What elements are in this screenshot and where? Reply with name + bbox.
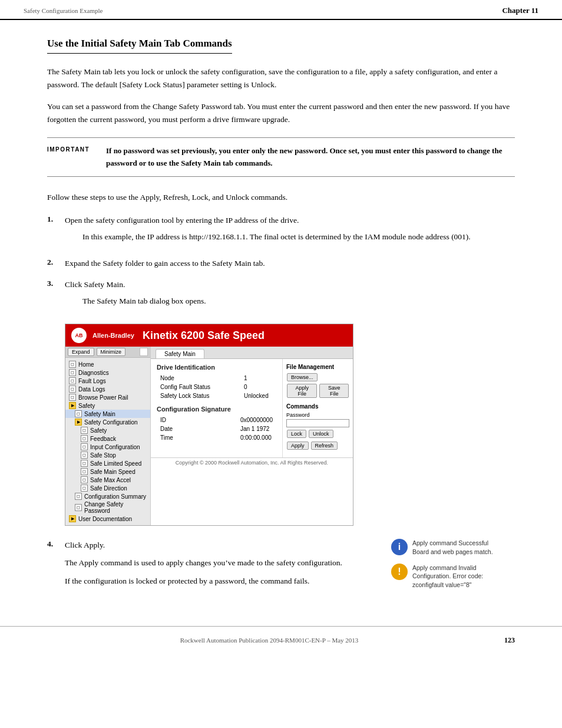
sc-safety-icon: ◻ — [81, 427, 88, 434]
tab-bar: Safety Main — [151, 347, 353, 359]
safe-limited-icon: ◻ — [81, 460, 88, 467]
page-number: 123 — [491, 636, 515, 645]
date-value: Jan 1 1972 — [238, 425, 275, 433]
unlock-button[interactable]: Unlock — [309, 430, 333, 438]
config-sig-table: ID 0x00000000 Date Jan 1 1972 Time 0:00:… — [157, 415, 276, 443]
step-1: 1. Open the safety configuration tool by… — [47, 214, 515, 249]
publication-label: Rockwell Automation Publication 2094-RM0… — [47, 637, 491, 644]
step-2-number: 2. — [47, 257, 65, 267]
safe-main-icon: ◻ — [81, 468, 88, 475]
time-label: Time — [158, 434, 237, 442]
nav-safety-folder[interactable]: ▶ Safety — [65, 401, 150, 410]
nav-feedback[interactable]: ◻ Feedback — [65, 434, 150, 443]
important-box: IMPORTANT If no password was set previou… — [47, 137, 515, 176]
user-docs-icon: ▶ — [69, 515, 76, 522]
lock-button[interactable]: Lock — [287, 430, 306, 438]
node-label: Node — [158, 374, 240, 382]
nav-toolbar: Expand Minimize — [65, 347, 150, 358]
change-pw-icon: ◻ — [75, 504, 82, 511]
info-text-2: Apply command InvalidConfiguration. Erro… — [412, 564, 483, 589]
nav-safety-main[interactable]: ◻ Safety Main — [65, 410, 150, 418]
main-inner: Drive Identification Node 1 Config Fault… — [151, 359, 353, 457]
safe-stop-icon: ◻ — [81, 452, 88, 459]
drive-id-table: Node 1 Config Fault Status 0 Safety Lock… — [157, 373, 276, 401]
nav-browse[interactable]: ◻ Browse Power Rail — [65, 393, 150, 401]
nav-diagnostics[interactable]: ◻ Diagnostics — [65, 368, 150, 377]
step-2-text: Expand the Safety folder to gain access … — [65, 257, 515, 270]
dialog-title: Kinetix 6200 Safe Speed — [143, 330, 265, 342]
safety-config-icon: ▶ — [75, 419, 82, 426]
nav-safe-limited[interactable]: ◻ Safe Limited Speed — [65, 459, 150, 467]
step-1-sub: In this example, the IP address is http:… — [82, 230, 471, 243]
config-fault-value: 0 — [242, 383, 275, 391]
nav-user-docs[interactable]: ▶ User Documentation — [65, 515, 150, 523]
home-icon: ◻ — [69, 361, 76, 368]
minimize-button[interactable]: Minimize — [97, 348, 126, 356]
dialog-screenshot: AB Allen-Bradley Kinetix 6200 Safe Speed… — [65, 324, 353, 526]
warning-icon: ! — [391, 564, 408, 580]
step-1-text: Open the safety configuration tool by en… — [65, 216, 299, 225]
brand-label: Allen-Bradley — [92, 332, 134, 339]
table-row: Time 0:00:00.000 — [158, 434, 275, 442]
nav-safe-main[interactable]: ◻ Safe Main Speed — [65, 467, 150, 476]
step-3: 3. Click Safety Main. The Safety Main ta… — [47, 278, 515, 313]
nav-safe-stop[interactable]: ◻ Safe Stop — [65, 451, 150, 459]
step-1-number: 1. — [47, 214, 65, 224]
date-label: Date — [158, 425, 237, 433]
data-icon: ◻ — [69, 386, 76, 393]
nav-safety-config[interactable]: ▶ Safety Configuration — [65, 418, 150, 426]
apply-file-button[interactable]: Apply File — [287, 384, 317, 398]
password-input[interactable] — [286, 419, 349, 427]
chapter-label: Chapter 11 — [502, 6, 538, 15]
important-label: IMPORTANT — [47, 145, 106, 169]
nav-items: ◻ Home ◻ Diagnostics ◻ Fault Logs ◻ — [65, 358, 150, 525]
step-4-text: Click Apply. — [65, 539, 379, 552]
config-fault-label: Config Fault Status — [158, 383, 240, 391]
paragraph-2: You can set a password from the Change S… — [47, 100, 515, 126]
step-4-sub1: The Apply command is used to apply chang… — [65, 556, 379, 569]
step-4-wrapper: 4. Click Apply. The Apply command is use… — [47, 539, 515, 596]
step-3-number: 3. — [47, 278, 65, 288]
apply-refresh-row: Apply Refresh — [286, 441, 349, 450]
fault-icon: ◻ — [69, 377, 76, 384]
dialog-nav: Expand Minimize ◻ Home ◻ Diagnostics — [65, 347, 151, 525]
info-row-2: ! Apply command InvalidConfiguration. Er… — [391, 564, 515, 589]
step-2: 2. Expand the Safety folder to gain acce… — [47, 257, 515, 270]
time-value: 0:00:00.000 — [238, 434, 275, 442]
nav-safe-max-accel[interactable]: ◻ Safe Max Accel — [65, 476, 150, 484]
nav-safety[interactable]: ◻ Safety — [65, 426, 150, 434]
safe-dir-icon: ◻ — [81, 485, 88, 492]
diag-icon: ◻ — [69, 369, 76, 376]
safety-lock-value: Unlocked — [242, 392, 275, 400]
nav-data-logs[interactable]: ◻ Data Logs — [65, 385, 150, 393]
info-icons-column: i Apply command SuccessfulBoard and web … — [379, 539, 515, 596]
step-4-content: Click Apply. The Apply command is used t… — [65, 539, 379, 594]
safety-lock-label: Safety Lock Status — [158, 392, 240, 400]
commands-title: Commands — [286, 403, 349, 410]
apply-button[interactable]: Apply — [287, 442, 309, 450]
drive-id-title: Drive Identification — [157, 364, 276, 371]
id-value: 0x00000000 — [238, 416, 275, 424]
nav-change-password[interactable]: ◻ Change Safety Password — [65, 500, 150, 515]
refresh-button[interactable]: Refresh — [311, 442, 338, 450]
info-icon: i — [391, 539, 408, 555]
safe-max-accel-icon: ◻ — [81, 476, 88, 483]
nav-input-config[interactable]: ◻ Input Configuration — [65, 443, 150, 451]
expand-button[interactable]: Expand — [68, 348, 94, 356]
nav-fault-logs[interactable]: ◻ Fault Logs — [65, 377, 150, 385]
paragraph-1: The Safety Main tab lets you lock or unl… — [47, 65, 515, 91]
nav-home[interactable]: ◻ Home — [65, 360, 150, 368]
info-text-1: Apply command SuccessfulBoard and web pa… — [412, 539, 493, 556]
nav-safe-dir[interactable]: ◻ Safe Direction — [65, 484, 150, 492]
nav-config-summary[interactable]: ◻ Configuration Summary — [65, 492, 150, 500]
safety-main-icon: ◻ — [75, 410, 82, 417]
step-3-text: Click Safety Main. — [65, 280, 125, 289]
step-4-sub2: If the configuration is locked or protec… — [65, 575, 379, 588]
safety-main-tab[interactable]: Safety Main — [156, 349, 204, 358]
file-mgmt-title: File Management — [286, 364, 349, 370]
file-buttons: Apply File Save File — [286, 383, 349, 398]
save-file-button[interactable]: Save File — [319, 384, 349, 398]
table-row: Date Jan 1 1972 — [158, 425, 275, 433]
table-row: Node 1 — [158, 374, 275, 382]
browse-button[interactable]: Browse... — [287, 373, 318, 381]
